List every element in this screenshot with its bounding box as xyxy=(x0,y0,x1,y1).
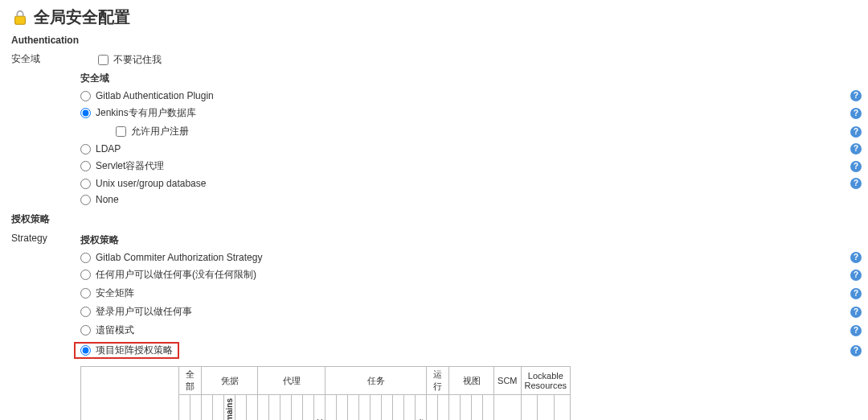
strat-legacy-radio[interactable] xyxy=(80,325,91,336)
realm-ldap-radio[interactable] xyxy=(80,144,91,154)
perm-header: Delete xyxy=(427,395,438,421)
perm-header: Discover xyxy=(382,395,393,421)
realm-gitlab-radio[interactable] xyxy=(80,91,91,101)
strategy-label: Strategy xyxy=(0,229,80,247)
strat-matrix-label: 安全矩阵 xyxy=(96,286,134,300)
allow-signup-checkbox[interactable] xyxy=(116,126,126,137)
realm-jenkins-radio[interactable] xyxy=(80,108,91,118)
perm-header: Unlock xyxy=(538,395,555,421)
lock-icon xyxy=(11,9,29,27)
strat-matrix-radio[interactable] xyxy=(80,288,91,299)
group-header: 任务 xyxy=(326,367,427,395)
perm-header: Administer xyxy=(179,395,190,421)
strat-anyone-label: 任何用户可以做任何事(没有任何限制) xyxy=(96,268,256,282)
perm-header: View xyxy=(247,395,258,421)
group-header: 代理 xyxy=(258,367,326,395)
help-icon[interactable]: ? xyxy=(850,143,862,154)
perm-header: Create xyxy=(359,395,371,421)
authz-section-header: 授权策略 xyxy=(0,209,868,229)
perm-header: Build xyxy=(258,395,269,421)
security-realm-label: 安全域 xyxy=(0,49,80,69)
page-title: 全局安全配置 xyxy=(0,0,868,31)
help-icon[interactable]: ? xyxy=(850,252,862,263)
help-icon[interactable]: ? xyxy=(850,270,862,281)
group-header: 运行 xyxy=(427,367,449,395)
strat-project-radio[interactable] xyxy=(80,345,91,356)
perm-header: ManageDomains xyxy=(224,395,235,421)
user-column-header: 用户/组 xyxy=(81,367,179,421)
perm-header: Cancel xyxy=(337,395,348,421)
realm-ldap-label: LDAP xyxy=(96,143,121,154)
perm-header: Tag xyxy=(494,395,521,421)
help-icon[interactable]: ? xyxy=(850,325,862,336)
strat-anyone-radio[interactable] xyxy=(80,270,91,280)
realm-header: 安全域 xyxy=(80,69,868,88)
realm-none-radio[interactable] xyxy=(80,195,91,205)
perm-header: Workspace xyxy=(416,395,427,421)
realm-unix-label: Unix user/group database xyxy=(96,178,206,189)
help-icon[interactable]: ? xyxy=(850,288,862,299)
help-icon[interactable]: ? xyxy=(850,126,862,138)
group-header: Lockable Resources xyxy=(521,367,571,395)
group-header: SCM xyxy=(494,367,521,395)
perm-header: Update xyxy=(235,395,247,421)
perm-header: Read xyxy=(404,395,416,421)
svg-rect-0 xyxy=(15,16,26,24)
perm-header: Disconnect xyxy=(314,395,326,421)
perm-header: View xyxy=(554,395,571,421)
perm-header: Delete xyxy=(303,395,314,421)
perm-header: Configure xyxy=(269,395,280,421)
allow-signup-label: 允许用户注册 xyxy=(131,125,189,138)
perm-header: Delete xyxy=(472,395,483,421)
perm-header: Read xyxy=(483,395,494,421)
help-icon[interactable]: ? xyxy=(850,108,862,119)
perm-header: Delete xyxy=(371,395,382,421)
perm-header: Create xyxy=(461,395,472,421)
realm-unix-radio[interactable] xyxy=(80,179,91,189)
remember-me-checkbox[interactable] xyxy=(98,55,108,65)
strat-project-label: 项目矩阵授权策略 xyxy=(96,344,173,357)
perm-header: Update xyxy=(438,395,449,421)
perm-header: Reserve xyxy=(521,395,538,421)
permission-matrix: 用户/组全部凭据代理任务运行视图SCMLockable ResourcesAdm… xyxy=(80,366,561,420)
group-header: 全部 xyxy=(179,367,202,395)
perm-header: Configure xyxy=(348,395,359,421)
strategy-header: 授权策略 xyxy=(80,231,868,249)
help-icon[interactable]: ? xyxy=(850,161,862,172)
realm-servlet-label: Servlet容器代理 xyxy=(96,159,164,173)
strat-legacy-label: 遗留模式 xyxy=(96,323,134,337)
perm-header: Read xyxy=(190,395,202,421)
help-icon[interactable]: ? xyxy=(850,90,862,101)
perm-header: Configure xyxy=(449,395,461,421)
strat-gitlab-label: Gitlab Commiter Authorization Strategy xyxy=(96,252,262,263)
realm-jenkins-label: Jenkins专有用户数据库 xyxy=(96,106,196,120)
group-header: 视图 xyxy=(449,367,494,395)
perm-header: Delete xyxy=(213,395,224,421)
perm-header: Move xyxy=(393,395,404,421)
realm-gitlab-label: Gitlab Authentication Plugin xyxy=(96,90,214,101)
remember-me-label: 不要记住我 xyxy=(113,53,162,67)
help-icon[interactable]: ? xyxy=(850,307,862,318)
realm-none-label: None xyxy=(96,194,119,205)
help-icon[interactable]: ? xyxy=(850,345,862,356)
perm-header: Create xyxy=(202,395,213,421)
perm-header: Connect xyxy=(280,395,292,421)
page-title-text: 全局安全配置 xyxy=(34,6,130,28)
strat-logged-label: 登录用户可以做任何事 xyxy=(96,305,192,319)
perm-header: Create xyxy=(292,395,303,421)
group-header: 凭据 xyxy=(202,367,258,395)
auth-section-header: Authentication xyxy=(0,31,868,49)
realm-servlet-radio[interactable] xyxy=(80,161,91,171)
strat-gitlab-radio[interactable] xyxy=(80,253,91,263)
strat-logged-radio[interactable] xyxy=(80,307,91,317)
perm-header: Build xyxy=(326,395,337,421)
help-icon[interactable]: ? xyxy=(850,178,862,189)
